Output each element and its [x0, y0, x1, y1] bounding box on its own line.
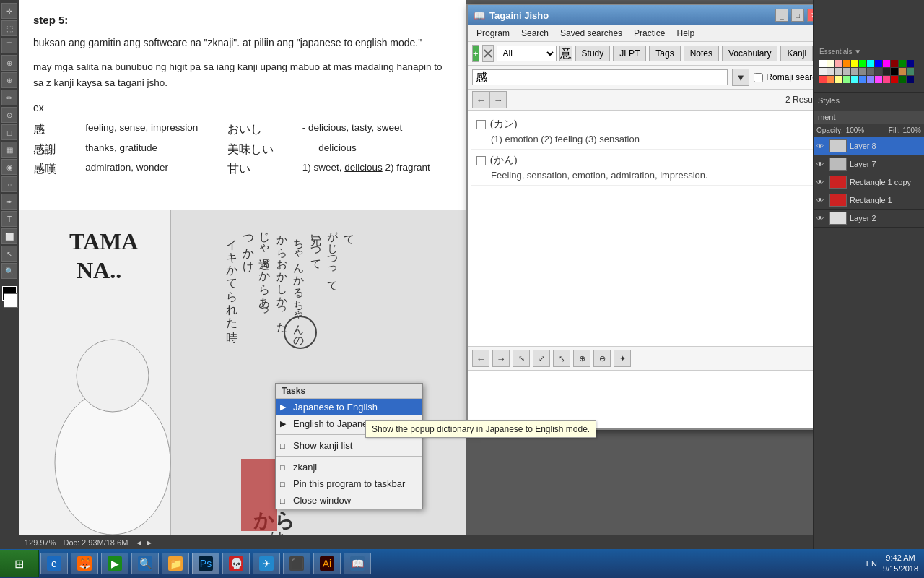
study-tab[interactable]: Study — [575, 46, 611, 61]
swatch[interactable] — [851, 76, 858, 83]
tags-tab[interactable]: Tags — [649, 46, 680, 61]
result-checkbox-2[interactable] — [476, 156, 486, 165]
direct-select-tool[interactable]: ↖ — [1, 246, 17, 262]
menu-program[interactable]: Program — [471, 27, 515, 40]
start-button[interactable]: ⊞ — [0, 550, 39, 577]
swatch[interactable] — [867, 76, 874, 83]
swatch[interactable] — [899, 68, 906, 75]
brush-tool[interactable]: ✏ — [1, 90, 17, 105]
swatch[interactable] — [843, 60, 850, 67]
context-menu-close[interactable]: □ Close window — [276, 492, 422, 509]
context-menu-pin[interactable]: □ Pin this program to taskbar — [276, 475, 422, 492]
selection-tool[interactable]: ⬚ — [1, 20, 17, 36]
menu-search[interactable]: Search — [515, 27, 554, 40]
kanji-search-button[interactable]: 意 — [559, 46, 572, 61]
layer-visibility-2[interactable]: 👁 — [816, 215, 827, 223]
swatch[interactable] — [883, 76, 890, 83]
swatch[interactable] — [867, 60, 874, 67]
kanji-tab[interactable]: Kanji — [780, 46, 813, 61]
swatch[interactable] — [859, 76, 866, 83]
move-tool[interactable]: ✛ — [1, 3, 17, 19]
layer-item-rect[interactable]: 👁 Rectangle 1 — [814, 191, 924, 210]
romaji-checkbox[interactable] — [754, 73, 763, 82]
nav-btn-7[interactable]: ⊖ — [593, 350, 611, 367]
nav-btn-8[interactable]: ✦ — [614, 350, 631, 367]
lasso-tool[interactable]: ⌒ — [1, 38, 17, 53]
layer-item-rect-copy[interactable]: 👁 Rectangle 1 copy — [814, 173, 924, 191]
result-checkbox-1[interactable] — [476, 120, 486, 129]
shape-tool[interactable]: ⬜ — [1, 228, 17, 244]
swatch[interactable] — [875, 60, 882, 67]
dodge-tool[interactable]: ○ — [1, 176, 17, 192]
swatch[interactable] — [899, 76, 906, 83]
clone-tool[interactable]: ⊙ — [1, 107, 17, 123]
crop-tool[interactable]: ⊕ — [1, 55, 17, 71]
swatch[interactable] — [827, 68, 834, 75]
healing-tool[interactable]: ⊕ — [1, 72, 17, 88]
close-button[interactable]: ✕ — [807, 9, 813, 22]
context-menu-show-kanji[interactable]: □ Show kanji list — [276, 437, 422, 454]
layer-visibility-7[interactable]: 👁 — [816, 160, 827, 168]
swatch[interactable] — [891, 76, 898, 83]
maximize-button[interactable]: □ — [791, 9, 804, 22]
swatch[interactable] — [851, 60, 858, 67]
blur-tool[interactable]: ◉ — [1, 159, 17, 175]
swatch[interactable] — [835, 76, 842, 83]
minimize-button[interactable]: _ — [775, 9, 788, 22]
menu-practice[interactable]: Practice — [628, 27, 671, 40]
search-type-dropdown[interactable]: All Japanese English — [497, 46, 557, 61]
taskbar-app3[interactable]: ⬛ — [283, 553, 310, 574]
swatch[interactable] — [819, 60, 827, 67]
text-tool[interactable]: T — [1, 211, 17, 227]
layer-item-2[interactable]: 👁 Layer 2 — [814, 210, 924, 228]
taskbar-media[interactable]: ▶ — [101, 553, 128, 574]
nav-btn-4[interactable]: ⤢ — [533, 350, 550, 367]
swatch[interactable] — [835, 60, 842, 67]
swatch[interactable] — [859, 68, 866, 75]
nav-btn-3[interactable]: ⤡ — [513, 350, 530, 367]
swatch[interactable] — [875, 68, 882, 75]
swatch[interactable] — [819, 76, 827, 83]
forward-button[interactable]: → — [489, 91, 507, 108]
clear-button[interactable] — [482, 45, 494, 62]
taskbar-search[interactable]: 🔍 — [131, 553, 159, 574]
taskbar-illustrator[interactable]: Ai — [313, 553, 341, 574]
nav-btn-6[interactable]: ⊕ — [573, 350, 590, 367]
layer-visibility-rect-copy[interactable]: 👁 — [816, 178, 827, 186]
swatch[interactable] — [883, 68, 890, 75]
menu-saved-searches[interactable]: Saved searches — [554, 27, 628, 40]
zoom-tool[interactable]: 🔍 — [1, 263, 17, 279]
swatch[interactable] — [835, 68, 842, 75]
swatch[interactable] — [843, 68, 850, 75]
taskbar-app2[interactable]: ✈ — [253, 553, 280, 574]
swatch[interactable] — [859, 60, 866, 67]
layer-visibility-rect[interactable]: 👁 — [816, 197, 827, 204]
swatch[interactable] — [827, 60, 834, 67]
layer-item-8[interactable]: 👁 Layer 8 — [814, 137, 924, 155]
search-input[interactable] — [472, 69, 728, 85]
nav-btn-2[interactable]: → — [492, 350, 510, 367]
window-controls[interactable]: _ □ ✕ — [775, 9, 813, 22]
swatch[interactable] — [819, 68, 827, 75]
swatch[interactable] — [827, 76, 834, 83]
gradient-tool[interactable]: ▦ — [1, 142, 17, 158]
eraser-tool[interactable]: ◻ — [1, 124, 17, 140]
swatch[interactable] — [907, 76, 914, 83]
taskbar-jisho[interactable]: 📖 — [344, 553, 371, 574]
layer-item-7[interactable]: 👁 Layer 7 — [814, 155, 924, 173]
jlpt-tab[interactable]: JLPT — [613, 46, 646, 61]
nav-btn-5[interactable]: ⤣ — [553, 350, 570, 367]
back-button[interactable]: ← — [472, 91, 489, 108]
context-menu-zkanji[interactable]: □ zkanji — [276, 459, 422, 475]
menu-help[interactable]: Help — [671, 27, 700, 40]
swatch[interactable] — [883, 60, 890, 67]
nav-btn-1[interactable]: ← — [472, 350, 489, 367]
taskbar-photoshop[interactable]: Ps — [192, 553, 219, 574]
taskbar-ie[interactable]: e — [40, 553, 68, 574]
swatch[interactable] — [907, 60, 914, 67]
swatch[interactable] — [843, 76, 850, 83]
taskbar-explorer[interactable]: 📁 — [162, 553, 189, 574]
swatch[interactable] — [899, 60, 906, 67]
background-color[interactable] — [4, 293, 18, 308]
swatch[interactable] — [891, 60, 898, 67]
